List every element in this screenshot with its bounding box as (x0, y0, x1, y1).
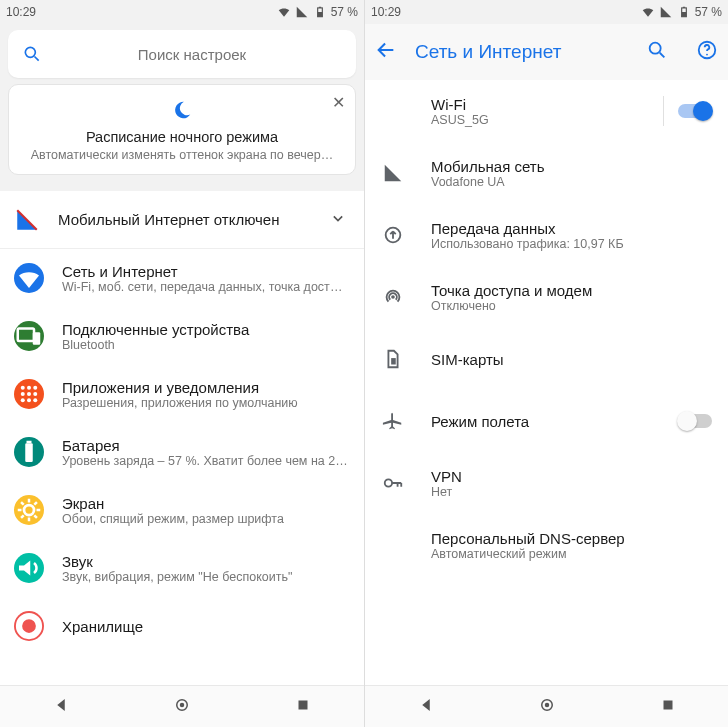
settings-item[interactable]: БатареяУровень заряда – 57 %. Хватит бол… (0, 423, 364, 481)
svg-rect-19 (27, 441, 32, 444)
svg-rect-36 (682, 7, 684, 8)
page-title: Сеть и Интернет (415, 41, 618, 63)
settings-item[interactable]: ЗвукЗвук, вибрация, режим "Не беспокоить… (0, 539, 364, 597)
search-bar[interactable] (8, 30, 356, 78)
network-item[interactable]: Персональный DNS-серверАвтоматический ре… (365, 514, 728, 576)
mobile-internet-collapse[interactable]: Мобильный Интернет отключен (0, 191, 364, 249)
svg-point-42 (391, 295, 395, 299)
item-title: Приложения и уведомления (62, 379, 348, 396)
svg-point-44 (385, 479, 392, 486)
chevron-down-icon (328, 208, 348, 232)
help-button[interactable] (696, 39, 718, 65)
nav-home[interactable] (538, 696, 556, 718)
svg-point-10 (27, 386, 31, 390)
battery-status-icon (313, 5, 327, 19)
svg-point-31 (180, 702, 185, 707)
wifi-icon (381, 99, 405, 123)
item-title: Экран (62, 495, 348, 512)
svg-point-13 (27, 392, 31, 396)
brightness-icon (14, 495, 44, 525)
item-title: Батарея (62, 437, 348, 454)
nav-home[interactable] (173, 696, 191, 718)
svg-rect-18 (25, 443, 33, 462)
nav-bar (365, 685, 728, 727)
svg-rect-7 (18, 329, 34, 342)
hotspot-icon (381, 285, 405, 309)
close-icon[interactable]: ✕ (332, 93, 345, 112)
search-input[interactable] (42, 46, 342, 63)
item-sub: Звук, вибрация, режим "Не беспокоить" (62, 570, 348, 584)
status-time: 10:29 (371, 5, 401, 19)
svg-point-37 (650, 43, 661, 54)
item-title: Точка доступа и модем (431, 282, 712, 299)
toggle-switch[interactable] (678, 414, 712, 428)
svg-line-28 (21, 502, 24, 505)
network-item[interactable]: VPNНет (365, 452, 728, 514)
svg-line-24 (34, 515, 37, 518)
data-icon (381, 223, 405, 247)
item-sub: Bluetooth (62, 338, 348, 352)
svg-rect-43 (391, 358, 396, 364)
back-button[interactable] (375, 39, 397, 65)
settings-item[interactable]: Сеть и ИнтернетWi-Fi, моб. сети, передач… (0, 249, 364, 307)
settings-item[interactable]: Подключенные устройстваBluetooth (0, 307, 364, 365)
status-battery: 57 % (331, 5, 358, 19)
svg-point-9 (21, 386, 25, 390)
cell-icon (381, 161, 405, 185)
network-item[interactable]: Режим полета (365, 390, 728, 452)
sound-icon (14, 553, 44, 583)
airplane-icon (381, 409, 405, 433)
collapse-title: Мобильный Интернет отключен (58, 211, 310, 228)
moon-icon (171, 99, 193, 121)
settings-item[interactable]: ЭкранОбои, спящий режим, размер шрифта (0, 481, 364, 539)
phone-right: 10:29 57 % Сеть и Интернет Wi-FiASUS_5GМ… (364, 0, 728, 727)
wifi-status-icon (277, 5, 291, 19)
item-title: SIM-карты (431, 351, 712, 368)
night-mode-card[interactable]: ✕ Расписание ночного режима Автоматическ… (8, 84, 356, 175)
svg-point-12 (21, 392, 25, 396)
section-divider (0, 183, 364, 191)
item-sub: Разрешения, приложения по умолчанию (62, 396, 348, 410)
svg-rect-47 (663, 700, 672, 709)
nav-back[interactable] (52, 696, 70, 718)
svg-point-46 (544, 702, 549, 707)
nav-back[interactable] (417, 696, 435, 718)
item-sub: Обои, спящий режим, размер шрифта (62, 512, 348, 526)
settings-item[interactable]: Хранилище (0, 597, 364, 655)
app-bar: Сеть и Интернет (365, 24, 728, 80)
search-button[interactable] (646, 39, 668, 65)
settings-list: Мобильный Интернет отключен Сеть и Интер… (0, 191, 364, 685)
toggle-switch[interactable] (678, 104, 712, 118)
item-title: Хранилище (62, 618, 348, 635)
status-bar: 10:29 57 % (365, 0, 728, 24)
item-sub: Использовано трафика: 10,97 КБ (431, 237, 712, 251)
network-item[interactable]: Wi-FiASUS_5G (365, 80, 728, 142)
network-item[interactable]: Точка доступа и модемОтключено (365, 266, 728, 328)
svg-line-22 (34, 502, 37, 505)
battery-status-icon (677, 5, 691, 19)
svg-point-17 (33, 398, 37, 402)
svg-line-5 (35, 57, 39, 61)
status-battery: 57 % (695, 5, 722, 19)
status-bar: 10:29 57 % (0, 0, 364, 24)
search-icon (22, 44, 42, 64)
network-item[interactable]: Мобильная сетьVodafone UA (365, 142, 728, 204)
settings-item[interactable]: Приложения и уведомленияРазрешения, прил… (0, 365, 364, 423)
wifi-icon (14, 263, 44, 293)
item-title: Передача данных (431, 220, 712, 237)
item-title: Подключенные устройства (62, 321, 348, 338)
network-list: Wi-FiASUS_5GМобильная сетьVodafone UAПер… (365, 80, 728, 685)
item-sub: Автоматический режим (431, 547, 712, 561)
network-item[interactable]: SIM-карты (365, 328, 728, 390)
battery-icon (14, 437, 44, 467)
item-title: Звук (62, 553, 348, 570)
svg-rect-2 (317, 12, 322, 17)
nav-recent[interactable] (659, 696, 677, 718)
network-item[interactable]: Передача данныхИспользовано трафика: 10,… (365, 204, 728, 266)
cell-off-icon (14, 207, 40, 233)
night-card-title: Расписание ночного режима (23, 129, 341, 145)
svg-rect-35 (681, 12, 686, 17)
item-sub: Уровень заряда – 57 %. Хватит более чем … (62, 454, 348, 468)
cell-status-icon (295, 5, 309, 19)
nav-recent[interactable] (294, 696, 312, 718)
